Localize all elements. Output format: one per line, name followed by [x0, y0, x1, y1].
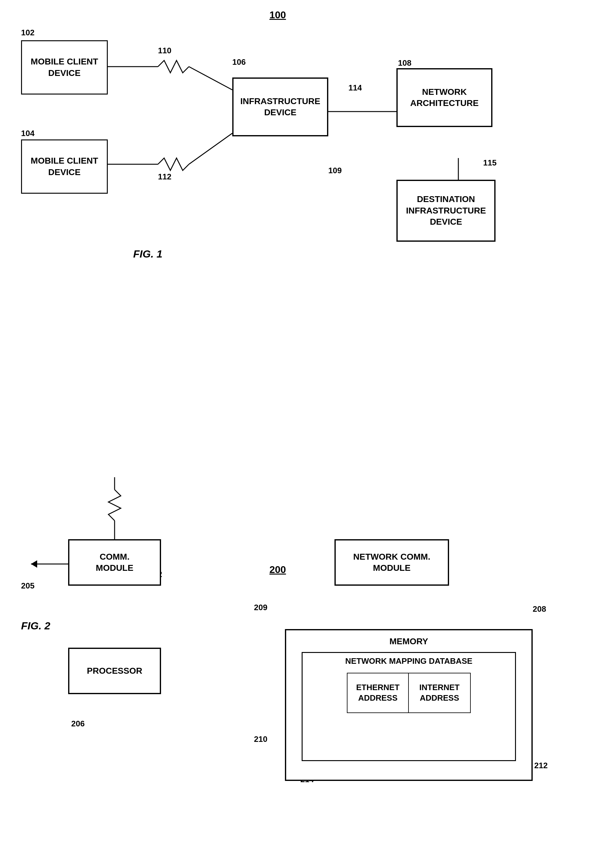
figure-1: 100 102 104 106 108 109 110 112 114 115 … [0, 0, 594, 279]
figure-3: 300 312 302 310 306 308 300 RADIO MODULE… [0, 573, 594, 868]
fig2-connections [0, 279, 594, 573]
mobile-client-device-2: MOBILE CLIENT DEVICE [21, 139, 108, 194]
ref-110: 110 [158, 46, 171, 56]
ref-115: 115 [483, 158, 497, 168]
infrastructure-device: INFRASTRUCTURE DEVICE [232, 77, 328, 136]
mobile-client-device-1: MOBILE CLIENT DEVICE [21, 40, 108, 94]
fig1-label: FIG. 1 [133, 248, 162, 260]
ref-102: 102 [21, 28, 34, 37]
fig1-number: 100 [270, 9, 286, 21]
svg-line-3 [189, 133, 232, 164]
ref-109: 109 [328, 166, 342, 176]
network-architecture: NETWORK ARCHITECTURE [396, 68, 492, 127]
ref-108: 108 [398, 58, 411, 68]
destination-infrastructure-device: DESTINATION INFRASTRUCTURE DEVICE [396, 180, 495, 242]
fig3-connections [0, 573, 594, 868]
figure-2: 200 207 205 202 204 209 208 206 210 212 … [0, 279, 594, 573]
ref-114: 114 [348, 83, 362, 93]
ref-106: 106 [232, 57, 246, 67]
svg-marker-9 [31, 560, 37, 568]
ref-112: 112 [158, 172, 171, 182]
ref-104: 104 [21, 128, 34, 138]
svg-line-1 [189, 66, 232, 90]
